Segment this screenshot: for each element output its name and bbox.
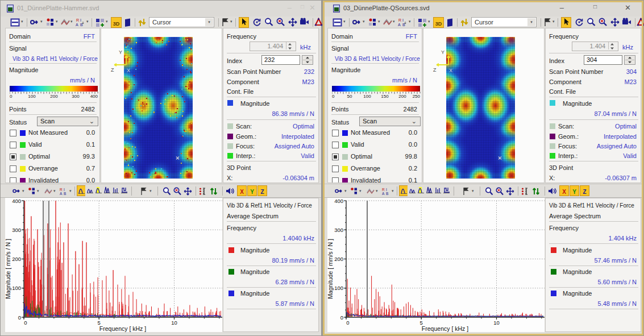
svg-text:B: B	[64, 192, 66, 196]
svg-text:A: A	[76, 23, 78, 27]
svg-text:10: 10	[171, 320, 177, 326]
svg-text:X: X	[127, 68, 130, 73]
svg-text:Z: Z	[111, 67, 114, 73]
svg-text:200: 200	[50, 94, 58, 99]
svg-text:I: I	[64, 188, 65, 192]
svg-text:300: 300	[12, 227, 21, 233]
svg-text:0: 0	[10, 94, 13, 99]
svg-text:0: 0	[18, 314, 21, 321]
svg-text:Y: Y	[119, 49, 122, 55]
svg-text:R: R	[76, 18, 79, 22]
svg-text:100: 100	[28, 94, 36, 99]
svg-text:Frequency [ kHz ]: Frequency [ kHz ]	[99, 325, 146, 332]
svg-text:400: 400	[90, 94, 98, 99]
svg-text:0: 0	[24, 320, 27, 326]
svg-text:300: 300	[72, 94, 80, 99]
svg-text:400: 400	[12, 198, 21, 204]
svg-text:Magnitude [ mm/s / N ]: Magnitude [ mm/s / N ]	[5, 239, 11, 299]
svg-text:I: I	[80, 18, 81, 22]
svg-text:200: 200	[12, 256, 21, 262]
svg-text:100: 100	[12, 285, 21, 291]
svg-text:R: R	[60, 188, 63, 192]
svg-text:A: A	[60, 192, 63, 196]
